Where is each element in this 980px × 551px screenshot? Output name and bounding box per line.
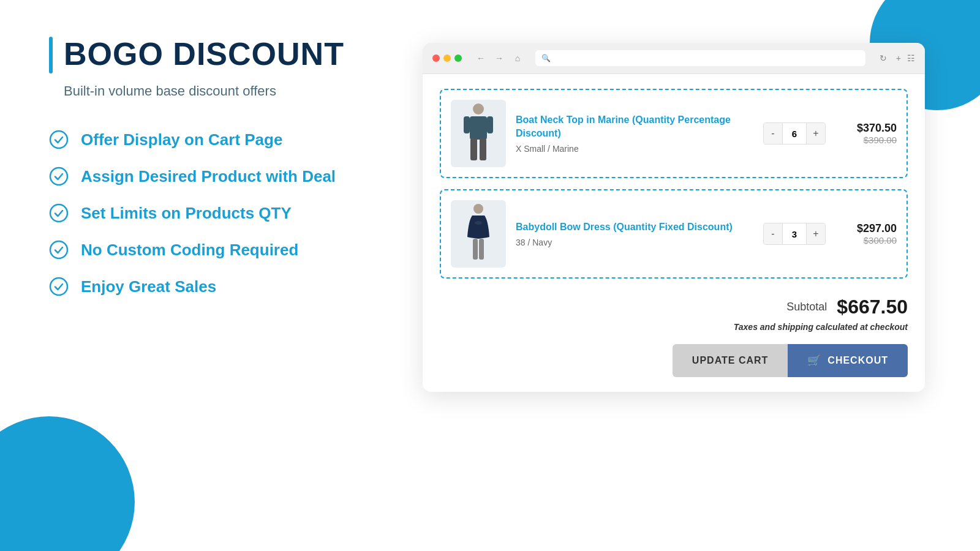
feature-label: Set Limits on Products QTY [81,204,292,223]
feature-label: Assign Desired Product with Deal [81,167,336,186]
dot-yellow[interactable] [443,54,451,62]
feature-label: Offer Display on Cart Page [81,130,282,149]
qty-value-2: 3 [782,223,807,244]
product-image-2 [451,200,506,268]
cart-item-1: Boat Neck Top in Marine (Quantity Percen… [440,89,908,178]
product-variant-2: 38 / Navy [516,238,753,247]
svg-point-12 [475,221,482,225]
qty-increase-1[interactable]: + [807,123,825,144]
price-block-1: $370.50 $390.00 [835,122,897,145]
list-item: Set Limits on Products QTY [49,203,380,223]
svg-point-3 [50,241,67,258]
browser-address-bar[interactable]: 🔍 [535,50,865,66]
qty-decrease-1[interactable]: - [764,123,782,144]
svg-point-5 [473,103,484,114]
cart-subtotal: Subtotal $667.50 [440,290,908,322]
feature-label: No Custom Coding Required [81,241,298,260]
dot-green[interactable] [454,54,462,62]
left-section: BOGO DISCOUNT Built-in volume base disco… [49,37,417,296]
svg-point-11 [473,204,483,214]
home-button[interactable]: ⌂ [511,51,524,65]
check-icon [49,203,69,223]
address-text: 🔍 [541,54,551,62]
check-icon [49,130,69,149]
menu-button[interactable]: ☷ [907,53,915,63]
cart-item-2: Babydoll Bow Dress (Quantity Fixed Disco… [440,189,908,279]
price-current-2: $297.00 [835,222,897,235]
back-button[interactable]: ← [474,51,488,65]
price-original-2: $300.00 [835,235,897,246]
svg-rect-14 [479,239,484,260]
subtotal-label: Subtotal [786,301,827,313]
svg-point-1 [50,168,67,185]
check-icon [49,240,69,260]
qty-value-1: 6 [782,123,807,144]
list-item: No Custom Coding Required [49,240,380,260]
list-item: Assign Desired Product with Deal [49,167,380,186]
svg-rect-9 [470,138,477,160]
price-original-1: $390.00 [835,135,897,145]
svg-rect-6 [470,116,487,140]
product-name-1: Boat Neck Top in Marine (Quantity Percen… [516,113,753,141]
reload-button[interactable]: ↻ [876,51,890,65]
cart-buttons: UPDATE CART 🛒 CHECKOUT [440,344,908,377]
product-name-2: Babydoll Bow Dress (Quantity Fixed Disco… [516,220,753,234]
browser-titlebar: ← → ⌂ 🔍 ↻ + ☷ [423,43,925,74]
price-current-1: $370.50 [835,122,897,135]
svg-rect-13 [473,239,478,260]
product-variant-1: X Small / Marine [516,144,753,154]
add-tab-button[interactable]: + [896,53,901,63]
product-image-1 [451,100,506,167]
features-list: Offer Display on Cart Page Assign Desire… [49,130,380,296]
svg-point-0 [50,131,67,148]
list-item: Offer Display on Cart Page [49,130,380,149]
tax-note: Taxes and shipping calculated at checkou… [440,322,908,332]
browser-window: ← → ⌂ 🔍 ↻ + ☷ [423,43,925,392]
checkout-label: CHECKOUT [827,355,888,366]
price-block-2: $297.00 $300.00 [835,222,897,246]
subtotal-amount: $667.50 [837,296,908,318]
title-bar [49,37,53,73]
svg-rect-7 [464,116,470,133]
page-subtitle: Built-in volume base discount offers [64,83,380,99]
product-details-1: Boat Neck Top in Marine (Quantity Percen… [516,113,753,154]
cart-icon: 🛒 [807,354,821,367]
browser-dots [432,54,462,62]
list-item: Enjoy Great Sales [49,277,380,296]
dot-red[interactable] [432,54,440,62]
browser-actions: + ☷ [896,53,915,63]
title-block: BOGO DISCOUNT [49,37,380,73]
forward-button[interactable]: → [492,51,506,65]
svg-point-2 [50,204,67,222]
browser-nav: ← → ⌂ [474,51,524,65]
qty-decrease-2[interactable]: - [764,223,782,244]
check-icon [49,167,69,186]
checkout-button[interactable]: 🛒 CHECKOUT [788,344,908,377]
svg-point-4 [50,278,67,295]
svg-rect-8 [487,116,493,133]
right-section: ← → ⌂ 🔍 ↻ + ☷ [417,37,931,392]
feature-label: Enjoy Great Sales [81,277,216,296]
check-icon [49,277,69,296]
qty-increase-2[interactable]: + [807,223,825,244]
product-details-2: Babydoll Bow Dress (Quantity Fixed Disco… [516,220,753,247]
qty-control-1: - 6 + [763,122,826,144]
page-title: BOGO DISCOUNT [64,37,344,72]
browser-content: Boat Neck Top in Marine (Quantity Percen… [423,74,925,392]
update-cart-button[interactable]: UPDATE CART [673,344,788,377]
svg-rect-10 [480,138,486,160]
qty-control-2: - 3 + [763,223,826,245]
